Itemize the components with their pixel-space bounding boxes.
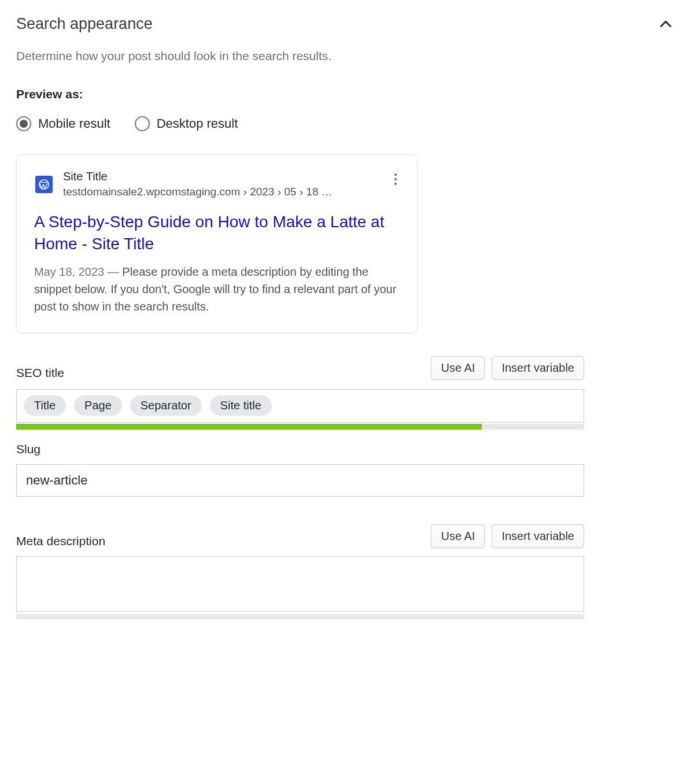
radio-mobile-result[interactable]: Mobile result bbox=[16, 116, 110, 131]
insert-variable-button[interactable]: Insert variable bbox=[492, 524, 584, 548]
meta-description-field: Meta description Use AI Insert variable bbox=[16, 524, 584, 619]
seo-title-token[interactable]: Page bbox=[74, 395, 122, 416]
use-ai-button[interactable]: Use AI bbox=[431, 356, 485, 380]
seo-title-field: SEO title Use AI Insert variable Title P… bbox=[16, 356, 584, 430]
slug-label: Slug bbox=[16, 442, 584, 456]
slug-input[interactable] bbox=[16, 464, 584, 497]
panel-title: Search appearance bbox=[16, 15, 153, 33]
preview-title-link[interactable]: A Step-by-Step Guide on How to Make a La… bbox=[34, 211, 400, 255]
seo-title-progress bbox=[16, 424, 584, 430]
radio-label: Desktop result bbox=[157, 116, 238, 131]
insert-variable-button[interactable]: Insert variable bbox=[492, 356, 584, 380]
preview-site-title: Site Title bbox=[63, 170, 333, 183]
search-appearance-panel: Search appearance Determine how your pos… bbox=[0, 0, 690, 625]
radio-label: Mobile result bbox=[38, 116, 110, 131]
preview-top-row: Site Title testdomainsale2.wpcomstaging.… bbox=[34, 170, 400, 198]
preview-as-radio-group: Mobile result Desktop result bbox=[16, 116, 674, 131]
meta-description-label: Meta description bbox=[16, 534, 105, 548]
wordpress-icon bbox=[35, 176, 53, 193]
radio-icon bbox=[135, 116, 150, 131]
preview-as-label: Preview as: bbox=[16, 87, 674, 101]
seo-title-token[interactable]: Site title bbox=[210, 395, 272, 416]
meta-description-progress bbox=[16, 614, 584, 619]
preview-date: May 18, 2023 bbox=[34, 265, 104, 278]
meta-description-input[interactable] bbox=[16, 556, 584, 612]
slug-field: Slug bbox=[16, 442, 584, 497]
svg-point-2 bbox=[394, 178, 397, 180]
svg-point-0 bbox=[39, 179, 49, 189]
panel-subtitle: Determine how your post should look in t… bbox=[16, 49, 674, 63]
panel-header: Search appearance bbox=[16, 15, 674, 33]
preview-url: testdomainsale2.wpcomstaging.com › 2023 … bbox=[63, 186, 333, 198]
radio-desktop-result[interactable]: Desktop result bbox=[135, 116, 238, 131]
search-preview-card: Site Title testdomainsale2.wpcomstaging.… bbox=[16, 154, 418, 333]
svg-point-3 bbox=[394, 183, 397, 185]
seo-title-input[interactable]: Title Page Separator Site title bbox=[16, 389, 584, 423]
favicon bbox=[34, 175, 54, 194]
preview-dash: — bbox=[104, 265, 122, 278]
seo-title-token[interactable]: Separator bbox=[130, 395, 202, 416]
seo-title-label: SEO title bbox=[16, 366, 64, 380]
seo-title-progress-fill bbox=[16, 424, 482, 430]
svg-point-1 bbox=[394, 173, 397, 176]
radio-icon bbox=[16, 116, 31, 131]
use-ai-button[interactable]: Use AI bbox=[431, 524, 485, 548]
seo-title-token[interactable]: Title bbox=[24, 395, 66, 416]
kebab-menu-icon[interactable] bbox=[392, 170, 400, 191]
preview-site-info: Site Title testdomainsale2.wpcomstaging.… bbox=[34, 170, 333, 198]
preview-description-row: May 18, 2023 — Please provide a meta des… bbox=[34, 263, 400, 315]
chevron-up-icon[interactable] bbox=[658, 16, 674, 32]
